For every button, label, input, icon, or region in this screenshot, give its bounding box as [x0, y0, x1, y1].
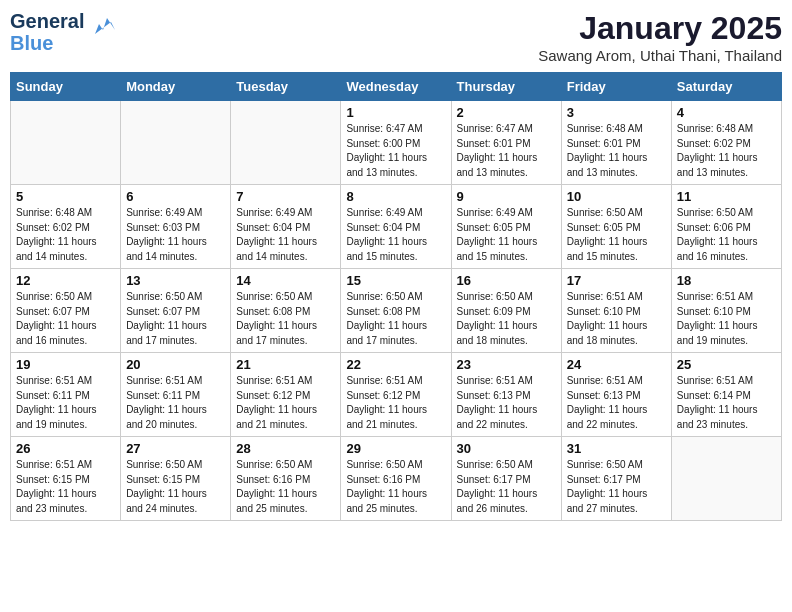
calendar-cell: 10Sunrise: 6:50 AM Sunset: 6:05 PM Dayli…	[561, 185, 671, 269]
day-info: Sunrise: 6:51 AM Sunset: 6:12 PM Dayligh…	[236, 374, 335, 432]
calendar-cell: 3Sunrise: 6:48 AM Sunset: 6:01 PM Daylig…	[561, 101, 671, 185]
day-info: Sunrise: 6:51 AM Sunset: 6:12 PM Dayligh…	[346, 374, 445, 432]
day-info: Sunrise: 6:50 AM Sunset: 6:16 PM Dayligh…	[236, 458, 335, 516]
day-number: 14	[236, 273, 335, 288]
day-number: 25	[677, 357, 776, 372]
day-info: Sunrise: 6:50 AM Sunset: 6:09 PM Dayligh…	[457, 290, 556, 348]
day-number: 5	[16, 189, 115, 204]
day-number: 16	[457, 273, 556, 288]
calendar-cell: 6Sunrise: 6:49 AM Sunset: 6:03 PM Daylig…	[121, 185, 231, 269]
logo: General Blue	[10, 10, 119, 54]
day-info: Sunrise: 6:51 AM Sunset: 6:13 PM Dayligh…	[567, 374, 666, 432]
day-info: Sunrise: 6:51 AM Sunset: 6:14 PM Dayligh…	[677, 374, 776, 432]
title-block: January 2025 Sawang Arom, Uthai Thani, T…	[538, 10, 782, 64]
day-number: 21	[236, 357, 335, 372]
calendar-cell	[11, 101, 121, 185]
day-number: 29	[346, 441, 445, 456]
day-number: 7	[236, 189, 335, 204]
day-info: Sunrise: 6:51 AM Sunset: 6:13 PM Dayligh…	[457, 374, 556, 432]
day-number: 6	[126, 189, 225, 204]
calendar-cell: 29Sunrise: 6:50 AM Sunset: 6:16 PM Dayli…	[341, 437, 451, 521]
day-info: Sunrise: 6:48 AM Sunset: 6:01 PM Dayligh…	[567, 122, 666, 180]
calendar-cell: 20Sunrise: 6:51 AM Sunset: 6:11 PM Dayli…	[121, 353, 231, 437]
calendar-cell: 27Sunrise: 6:50 AM Sunset: 6:15 PM Dayli…	[121, 437, 231, 521]
calendar-cell: 9Sunrise: 6:49 AM Sunset: 6:05 PM Daylig…	[451, 185, 561, 269]
calendar-cell: 2Sunrise: 6:47 AM Sunset: 6:01 PM Daylig…	[451, 101, 561, 185]
calendar-cell: 7Sunrise: 6:49 AM Sunset: 6:04 PM Daylig…	[231, 185, 341, 269]
day-info: Sunrise: 6:49 AM Sunset: 6:04 PM Dayligh…	[346, 206, 445, 264]
calendar-cell: 12Sunrise: 6:50 AM Sunset: 6:07 PM Dayli…	[11, 269, 121, 353]
logo-line1: General	[10, 10, 84, 32]
weekday-header-row: SundayMondayTuesdayWednesdayThursdayFrid…	[11, 73, 782, 101]
day-info: Sunrise: 6:48 AM Sunset: 6:02 PM Dayligh…	[677, 122, 776, 180]
calendar-cell: 19Sunrise: 6:51 AM Sunset: 6:11 PM Dayli…	[11, 353, 121, 437]
day-number: 24	[567, 357, 666, 372]
weekday-header-sunday: Sunday	[11, 73, 121, 101]
day-number: 10	[567, 189, 666, 204]
calendar-cell: 17Sunrise: 6:51 AM Sunset: 6:10 PM Dayli…	[561, 269, 671, 353]
calendar-cell: 11Sunrise: 6:50 AM Sunset: 6:06 PM Dayli…	[671, 185, 781, 269]
calendar-table: SundayMondayTuesdayWednesdayThursdayFrid…	[10, 72, 782, 521]
weekday-header-wednesday: Wednesday	[341, 73, 451, 101]
weekday-header-saturday: Saturday	[671, 73, 781, 101]
day-number: 26	[16, 441, 115, 456]
day-info: Sunrise: 6:51 AM Sunset: 6:10 PM Dayligh…	[677, 290, 776, 348]
logo-line2: Blue	[10, 32, 84, 54]
day-number: 18	[677, 273, 776, 288]
page-header: General Blue January 2025 Sawang Arom, U…	[10, 10, 782, 64]
day-info: Sunrise: 6:50 AM Sunset: 6:08 PM Dayligh…	[236, 290, 335, 348]
day-info: Sunrise: 6:47 AM Sunset: 6:00 PM Dayligh…	[346, 122, 445, 180]
weekday-header-tuesday: Tuesday	[231, 73, 341, 101]
day-info: Sunrise: 6:50 AM Sunset: 6:17 PM Dayligh…	[457, 458, 556, 516]
day-info: Sunrise: 6:51 AM Sunset: 6:15 PM Dayligh…	[16, 458, 115, 516]
calendar-cell: 30Sunrise: 6:50 AM Sunset: 6:17 PM Dayli…	[451, 437, 561, 521]
day-info: Sunrise: 6:51 AM Sunset: 6:11 PM Dayligh…	[16, 374, 115, 432]
calendar-cell: 28Sunrise: 6:50 AM Sunset: 6:16 PM Dayli…	[231, 437, 341, 521]
day-info: Sunrise: 6:49 AM Sunset: 6:03 PM Dayligh…	[126, 206, 225, 264]
day-number: 12	[16, 273, 115, 288]
day-number: 8	[346, 189, 445, 204]
calendar-cell	[231, 101, 341, 185]
day-number: 27	[126, 441, 225, 456]
day-info: Sunrise: 6:50 AM Sunset: 6:15 PM Dayligh…	[126, 458, 225, 516]
week-row-1: 1Sunrise: 6:47 AM Sunset: 6:00 PM Daylig…	[11, 101, 782, 185]
day-info: Sunrise: 6:50 AM Sunset: 6:08 PM Dayligh…	[346, 290, 445, 348]
weekday-header-thursday: Thursday	[451, 73, 561, 101]
calendar-cell: 14Sunrise: 6:50 AM Sunset: 6:08 PM Dayli…	[231, 269, 341, 353]
day-info: Sunrise: 6:50 AM Sunset: 6:07 PM Dayligh…	[126, 290, 225, 348]
calendar-cell: 8Sunrise: 6:49 AM Sunset: 6:04 PM Daylig…	[341, 185, 451, 269]
day-number: 11	[677, 189, 776, 204]
calendar-cell: 1Sunrise: 6:47 AM Sunset: 6:00 PM Daylig…	[341, 101, 451, 185]
calendar-cell: 23Sunrise: 6:51 AM Sunset: 6:13 PM Dayli…	[451, 353, 561, 437]
day-info: Sunrise: 6:51 AM Sunset: 6:10 PM Dayligh…	[567, 290, 666, 348]
calendar-cell	[121, 101, 231, 185]
calendar-cell: 15Sunrise: 6:50 AM Sunset: 6:08 PM Dayli…	[341, 269, 451, 353]
calendar-cell: 16Sunrise: 6:50 AM Sunset: 6:09 PM Dayli…	[451, 269, 561, 353]
day-info: Sunrise: 6:50 AM Sunset: 6:05 PM Dayligh…	[567, 206, 666, 264]
calendar-cell: 25Sunrise: 6:51 AM Sunset: 6:14 PM Dayli…	[671, 353, 781, 437]
day-number: 28	[236, 441, 335, 456]
day-info: Sunrise: 6:49 AM Sunset: 6:05 PM Dayligh…	[457, 206, 556, 264]
week-row-2: 5Sunrise: 6:48 AM Sunset: 6:02 PM Daylig…	[11, 185, 782, 269]
week-row-3: 12Sunrise: 6:50 AM Sunset: 6:07 PM Dayli…	[11, 269, 782, 353]
calendar-cell	[671, 437, 781, 521]
calendar-cell: 22Sunrise: 6:51 AM Sunset: 6:12 PM Dayli…	[341, 353, 451, 437]
week-row-4: 19Sunrise: 6:51 AM Sunset: 6:11 PM Dayli…	[11, 353, 782, 437]
day-info: Sunrise: 6:50 AM Sunset: 6:17 PM Dayligh…	[567, 458, 666, 516]
day-number: 3	[567, 105, 666, 120]
month-title: January 2025	[538, 10, 782, 47]
svg-marker-0	[95, 18, 115, 34]
calendar-cell: 24Sunrise: 6:51 AM Sunset: 6:13 PM Dayli…	[561, 353, 671, 437]
weekday-header-friday: Friday	[561, 73, 671, 101]
day-number: 9	[457, 189, 556, 204]
day-info: Sunrise: 6:51 AM Sunset: 6:11 PM Dayligh…	[126, 374, 225, 432]
calendar-cell: 18Sunrise: 6:51 AM Sunset: 6:10 PM Dayli…	[671, 269, 781, 353]
day-number: 2	[457, 105, 556, 120]
day-info: Sunrise: 6:48 AM Sunset: 6:02 PM Dayligh…	[16, 206, 115, 264]
day-number: 19	[16, 357, 115, 372]
calendar-cell: 5Sunrise: 6:48 AM Sunset: 6:02 PM Daylig…	[11, 185, 121, 269]
location: Sawang Arom, Uthai Thani, Thailand	[538, 47, 782, 64]
day-number: 22	[346, 357, 445, 372]
day-number: 31	[567, 441, 666, 456]
logo-icon	[87, 10, 119, 42]
